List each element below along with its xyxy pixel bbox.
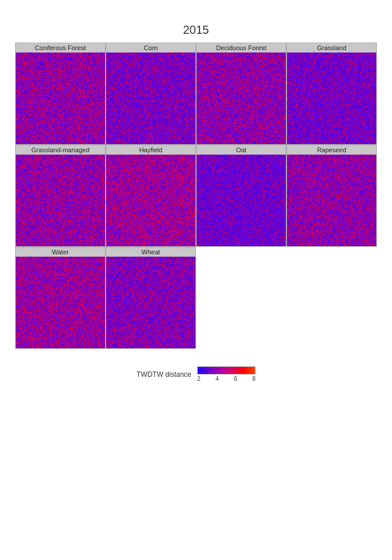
grid-row-3: Water Wheat <box>15 247 377 349</box>
cell-label-grassland: Grassland <box>287 43 376 52</box>
cell-image-deciduous-forest <box>197 52 286 144</box>
chart-title: 2015 <box>183 23 209 37</box>
cell-label-rapeseed: Rapeseed <box>287 145 376 155</box>
cell-corn: Corn <box>106 43 196 145</box>
legend-row: TWDTW distance 2 4 6 8 <box>136 366 256 382</box>
cell-image-grassland <box>287 52 376 144</box>
cell-wheat: Wheat <box>106 247 196 349</box>
cell-grassland-managed: Grassland-managed <box>15 145 106 247</box>
cell-label-wheat: Wheat <box>106 247 195 257</box>
cell-label-hayfield: Hayfield <box>106 145 195 155</box>
cell-label-corn: Corn <box>106 43 195 52</box>
cell-oat: Oat <box>196 145 286 247</box>
cell-image-grassland-managed <box>16 155 105 246</box>
cell-label-oat: Oat <box>197 145 286 155</box>
grid-wrapper: Coniferous Forest Corn Deciduous Forest … <box>15 43 377 349</box>
cell-image-coniferous-forest <box>16 52 105 144</box>
legend-ticks: 2 4 6 8 <box>197 376 256 382</box>
legend-label: TWDTW distance <box>136 370 191 379</box>
cell-label-deciduous-forest: Deciduous Forest <box>197 43 286 52</box>
cell-hayfield: Hayfield <box>106 145 196 247</box>
cell-image-hayfield <box>106 155 195 246</box>
cell-image-oat <box>197 155 286 246</box>
main-container: 2015 Coniferous Forest Corn Deciduous Fo… <box>0 0 392 394</box>
cell-water: Water <box>15 247 106 349</box>
cell-grassland: Grassland <box>286 43 377 145</box>
cell-rapeseed: Rapeseed <box>286 145 377 247</box>
cell-image-corn <box>106 52 195 144</box>
cell-image-wheat <box>106 257 195 348</box>
cell-image-rapeseed <box>287 155 376 246</box>
cell-deciduous-forest: Deciduous Forest <box>196 43 286 145</box>
cell-image-water <box>16 257 105 348</box>
legend-bar <box>197 366 256 374</box>
grid-row-2: Grassland-managed Hayfield Oat Rapeseed <box>15 145 377 247</box>
grid-row-1: Coniferous Forest Corn Deciduous Forest … <box>15 43 377 145</box>
cell-label-water: Water <box>16 247 105 257</box>
legend-container: TWDTW distance 2 4 6 8 <box>136 366 256 382</box>
cell-label-grassland-managed: Grassland-managed <box>16 145 105 155</box>
legend-tick-4: 4 <box>215 376 219 382</box>
legend-tick-6: 6 <box>234 376 237 382</box>
cell-coniferous-forest: Coniferous Forest <box>15 43 106 145</box>
legend-tick-2: 2 <box>197 376 201 382</box>
legend-tick-8: 8 <box>252 376 256 382</box>
cell-label-coniferous-forest: Coniferous Forest <box>16 43 105 52</box>
